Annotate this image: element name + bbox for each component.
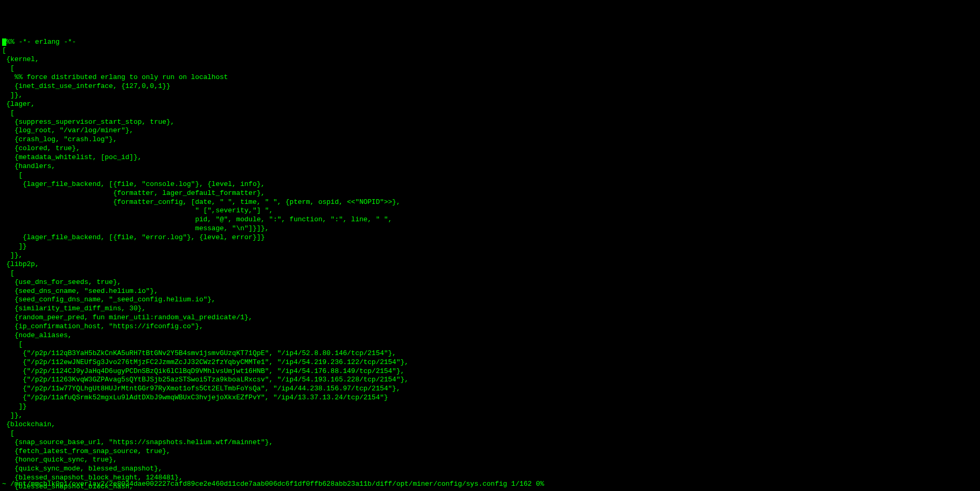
line-18: {formatter_config, [date, " ", time, " "… [2, 198, 401, 206]
line-6: ]}, [2, 91, 23, 99]
line-7: {lager, [2, 100, 35, 108]
line-32: {ip_confirmation_host, "https://ifconfig… [2, 322, 203, 330]
line-33: {node_aliases, [2, 331, 72, 339]
cursor [2, 38, 6, 46]
line-43: {blockchain, [2, 420, 55, 428]
line-15: [ [2, 171, 23, 179]
line-29: {seed_config_dns_name, "_seed_config.hel… [2, 296, 216, 303]
line-4: %% force distributed erlang to only run … [2, 73, 228, 81]
line-21: message, "\n"]}]}, [2, 224, 269, 232]
line-25: {libp2p, [2, 260, 39, 268]
line-8: [ [2, 109, 14, 117]
line-30: {similarity_time_diff_mins, 30}, [2, 305, 146, 312]
line-0: %% -*- erlang -*- [6, 38, 76, 46]
line-38: {"/p2p/11263KvqW3GZPAvag5sQYtBJSjb25azST… [2, 376, 408, 384]
line-23: ]} [2, 242, 27, 250]
status-line: ~ /mnt/mmcblk0p1/overlay2/2e8034dae00222… [2, 480, 544, 489]
line-44: [ [2, 429, 14, 437]
line-3: [ [2, 64, 14, 72]
line-42: ]}, [2, 411, 23, 419]
line-16: {lager_file_backend, [{file, "console.lo… [2, 180, 265, 188]
line-47: {honor_quick_sync, true}, [2, 456, 117, 464]
line-26: [ [2, 269, 14, 277]
line-46: {fetch_latest_from_snap_source, true}, [2, 447, 171, 455]
line-1: [ [2, 46, 6, 54]
line-45: {snap_source_base_url, "https://snapshot… [2, 438, 273, 446]
line-24: ]}, [2, 251, 23, 259]
line-41: ]} [2, 402, 27, 410]
line-20: pid, "@", module, ":", function, ":", li… [2, 215, 392, 223]
line-2: {kernel, [2, 55, 39, 63]
line-36: {"/p2p/112ewJNEUfSg3Jvo276tMjzFC2JzmmZcJ… [2, 358, 408, 366]
line-9: {suppress_supervisor_start_stop, true}, [2, 118, 175, 126]
line-12: {colored, true}, [2, 144, 80, 152]
line-11: {crash_log, "crash.log"}, [2, 135, 117, 143]
line-22: {lager_file_backend, [{file, "error.log"… [2, 233, 265, 241]
line-40: {"/p2p/11afuQSrmk52mgxLu9lAdtDXbJ9wmqWBU… [2, 394, 388, 401]
line-13: {metadata_whitelist, [poc_id]}, [2, 153, 142, 161]
line-31: {random_peer_pred, fun miner_util:random… [2, 313, 253, 321]
line-17: {formatter, lager_default_formatter}, [2, 189, 265, 197]
line-10: {log_root, "/var/log/miner"}, [2, 126, 134, 134]
line-35: {"/p2p/112qB3YaH5bZkCnKA5uRH7tBtGNv2Y5B4… [2, 349, 396, 357]
line-14: {handlers, [2, 162, 55, 170]
line-28: {seed_dns_cname, "seed.helium.io"}, [2, 287, 158, 295]
line-5: {inet_dist_use_interface, {127,0,0,1}} [2, 82, 171, 90]
line-27: {use_dns_for_seeds, true}, [2, 278, 121, 286]
editor-content[interactable]: %% -*- erlang -*- [ {kernel, [ %% force … [2, 38, 978, 491]
line-37: {"/p2p/1124CJ9yJaHq4D6ugyPCDnSBzQik6lClB… [2, 367, 405, 375]
line-34: [ [2, 340, 23, 348]
line-39: {"/p2p/11w77YQLhgUt8HUJrMtntGGr97RyXmot1… [2, 385, 401, 392]
line-19: " [",severity,"] ", [2, 207, 273, 214]
line-48: {quick_sync_mode, blessed_snapshot}, [2, 465, 162, 473]
